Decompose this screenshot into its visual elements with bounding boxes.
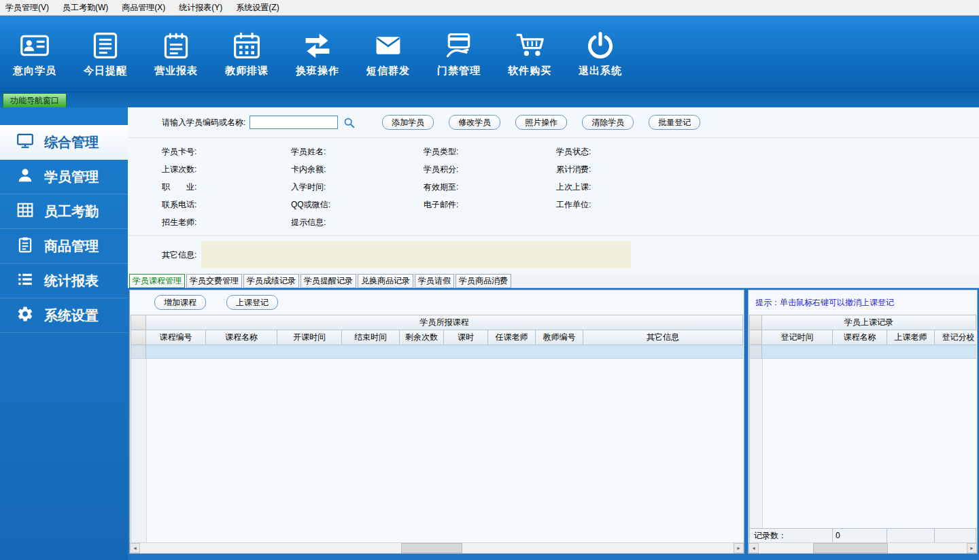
toolbar-teacher-schedule[interactable]: 教师排课	[220, 31, 273, 77]
envelope-icon	[373, 31, 403, 60]
toolbar-class-swap[interactable]: 换班操作	[291, 31, 344, 77]
column-header-end-time[interactable]: 结束时间	[342, 330, 400, 345]
gear-icon	[16, 305, 34, 326]
column-header-other-info[interactable]: 其它信息	[583, 330, 743, 345]
menu-staff-attendance[interactable]: 员工考勤(W)	[63, 2, 108, 14]
sidebar-item-label: 学员管理	[44, 168, 99, 186]
row-selector-column	[750, 359, 763, 528]
column-header-register-time[interactable]: 登记时间	[762, 330, 833, 345]
menu-statistics-reports[interactable]: 统计报表(Y)	[179, 2, 222, 14]
sidebar-item-reports[interactable]: 统计报表	[0, 264, 128, 298]
column-header-teacher[interactable]: 任课老师	[488, 330, 536, 345]
sidebar-item-label: 综合管理	[44, 133, 99, 152]
toolbar-intended-students[interactable]: 意向学员	[8, 31, 61, 77]
toolbar-exit-system[interactable]: 退出系统	[574, 31, 627, 77]
table-body	[750, 359, 976, 528]
table-body-area[interactable]	[763, 359, 976, 528]
tab-goods-consumption[interactable]: 学员商品消费	[456, 274, 511, 288]
scroll-right-arrow[interactable]: ►	[734, 543, 744, 553]
table-body-area[interactable]	[147, 359, 743, 542]
toolbar-label: 换班操作	[296, 65, 339, 77]
column-header-teacher-id[interactable]: 教师编号	[536, 330, 583, 345]
class-records-table: 学员上课记录 登记时间 课程名称 上课老师 登记分校	[749, 315, 976, 542]
column-header-course-name[interactable]: 课程名称	[206, 330, 277, 345]
other-info-label: 其它信息:	[162, 249, 201, 261]
table-group-header-row: 学员所报课程	[131, 315, 743, 330]
sidebar-item-comprehensive[interactable]: 综合管理	[0, 125, 128, 160]
sidebar-item-label: 系统设置	[44, 307, 99, 325]
table-group-header-row: 学员上课记录	[750, 315, 976, 330]
search-icon[interactable]	[343, 117, 355, 128]
scroll-left-arrow[interactable]: ◄	[130, 543, 140, 553]
toolbar-today-reminders[interactable]: 今日提醒	[79, 31, 132, 77]
sidebar-item-settings[interactable]: 系统设置	[0, 298, 128, 333]
scroll-track[interactable]	[759, 543, 967, 553]
field-label-enroll-date: 入学时间:	[291, 181, 424, 193]
tab-course-management[interactable]: 学员课程管理	[129, 274, 185, 288]
toolbar-sms-broadcast[interactable]: 短信群发	[362, 31, 415, 77]
search-input[interactable]	[250, 116, 338, 129]
scroll-track[interactable]	[140, 543, 734, 553]
selected-empty-row[interactable]	[131, 345, 743, 359]
field-label-total-consumption: 累计消费:	[556, 164, 979, 175]
student-info-grid: 学员卡号: 学员姓名: 学员类型: 学员状态: 上课次数: 卡内余额: 学员积分…	[128, 138, 979, 236]
toolbar-access-control[interactable]: 门禁管理	[432, 31, 485, 77]
column-header-class-teacher[interactable]: 上课老师	[887, 330, 935, 345]
toolbar-business-report[interactable]: 营业报表	[150, 31, 203, 77]
left-horizontal-scrollbar[interactable]: ◄ ►	[130, 542, 744, 553]
field-label-student-type: 学员类型:	[424, 146, 556, 158]
sidebar-item-goods[interactable]: 商品管理	[0, 229, 128, 264]
detail-tabstrip: 学员课程管理 学员交费管理 学员成绩记录 学员提醒记录 兑换商品记录 学员请假 …	[128, 274, 979, 288]
tab-leave[interactable]: 学员请假	[415, 274, 454, 288]
sidebar-item-label: 商品管理	[44, 237, 99, 256]
selected-empty-row[interactable]	[750, 345, 976, 359]
row-selector-header	[131, 315, 146, 330]
add-student-button[interactable]: 添加学员	[382, 115, 434, 130]
column-header-register-branch[interactable]: 登记分校	[935, 330, 976, 345]
field-label-class-count: 上课次数:	[162, 164, 291, 175]
record-count-value: 0	[833, 529, 887, 542]
clipboard-icon	[16, 236, 34, 257]
enrolled-courses-panel: 增加课程 上课登记 学员所报课程 课程编号 课程名称 开课时间	[129, 290, 744, 554]
function-nav-tab[interactable]: 功能导航窗口	[3, 93, 67, 107]
menu-goods-management[interactable]: 商品管理(X)	[122, 2, 165, 14]
column-header-remaining-count[interactable]: 剩余次数	[400, 330, 444, 345]
menu-bar: 学员管理(V) 员工考勤(W) 商品管理(X) 统计报表(Y) 系统设置(Z)	[0, 0, 979, 16]
menu-system-settings[interactable]: 系统设置(Z)	[236, 2, 279, 14]
sidebar-item-attendance[interactable]: 员工考勤	[0, 194, 128, 229]
scroll-left-arrow[interactable]: ◄	[749, 543, 759, 553]
field-label-work-unit: 工作单位:	[556, 199, 979, 211]
add-course-button[interactable]: 增加课程	[154, 295, 206, 310]
other-info-box[interactable]	[201, 241, 631, 268]
row-selector-cell[interactable]	[750, 345, 762, 359]
column-header-class-hours[interactable]: 课时	[444, 330, 488, 345]
tab-reminder-records[interactable]: 学员提醒记录	[300, 274, 356, 288]
class-register-button[interactable]: 上课登记	[226, 295, 278, 310]
tab-exchange-records[interactable]: 兑换商品记录	[358, 274, 413, 288]
field-label-last-class: 上次上课:	[556, 181, 979, 193]
record-count-row: 记录数： 0	[750, 528, 976, 542]
toolbar-software-purchase[interactable]: 软件购买	[503, 31, 556, 77]
toolbar-label: 退出系统	[579, 65, 622, 77]
tab-score-records[interactable]: 学员成绩记录	[243, 274, 299, 288]
menu-student-management[interactable]: 学员管理(V)	[5, 2, 49, 14]
row-selector-cell[interactable]	[131, 345, 146, 359]
access-card-icon	[444, 31, 474, 60]
scroll-thumb[interactable]	[401, 543, 462, 553]
scroll-right-arrow[interactable]: ►	[967, 543, 977, 553]
course-buttons-row: 增加课程 上课登记	[130, 290, 744, 315]
modify-student-button[interactable]: 修改学员	[449, 115, 500, 130]
tab-payment-management[interactable]: 学员交费管理	[186, 274, 242, 288]
calendar-icon	[232, 31, 262, 60]
photo-operation-button[interactable]: 照片操作	[515, 115, 567, 130]
scroll-thumb[interactable]	[813, 543, 888, 553]
clear-student-button[interactable]: 清除学员	[582, 115, 634, 130]
column-header-start-time[interactable]: 开课时间	[277, 330, 342, 345]
right-horizontal-scrollbar[interactable]: ◄ ►	[749, 542, 977, 553]
batch-register-button[interactable]: 批量登记	[649, 115, 700, 130]
row-selector-header	[750, 315, 762, 330]
column-header-course-id[interactable]: 课程编号	[146, 330, 206, 345]
column-header-course-name[interactable]: 课程名称	[833, 330, 887, 345]
hint-row: 提示：单击鼠标右键可以撤消上课登记	[749, 290, 977, 315]
sidebar-item-students[interactable]: 学员管理	[0, 160, 128, 194]
